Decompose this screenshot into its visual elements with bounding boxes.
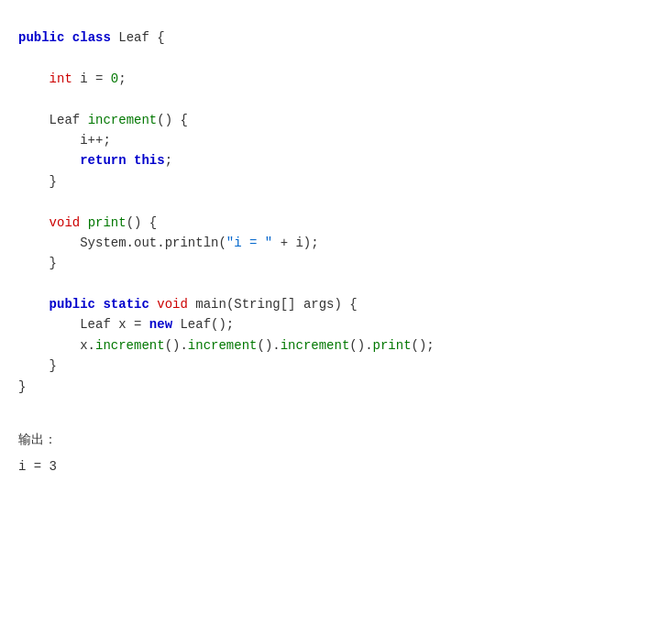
keyword-this: this (134, 153, 165, 168)
code-line-10: void print() { (18, 213, 654, 233)
keyword-class: class (72, 30, 111, 45)
keyword-return: return (80, 153, 126, 168)
code-line-9 (18, 192, 654, 212)
code-line-3: int i = 0; (18, 69, 654, 89)
code-line-5: Leaf increment() { (18, 110, 654, 130)
method-increment: increment (88, 113, 158, 127)
output-section: 输出： i = 3 (18, 424, 654, 477)
code-line-16: x.increment().increment().increment().pr… (18, 335, 654, 356)
method-call-increment3: increment (281, 338, 350, 353)
method-call-increment1: increment (95, 338, 165, 353)
output-value: i = 3 (18, 456, 654, 477)
code-line-11: System.out.println("i = " + i); (18, 233, 654, 253)
keyword-public2: public (50, 297, 95, 312)
code-line-18: } (18, 377, 654, 397)
code-line-13 (18, 274, 654, 294)
keyword-public: public (18, 30, 64, 45)
code-line-4 (18, 89, 654, 109)
code-line-8: } (18, 171, 654, 192)
code-block: public class Leaf { int i = 0; Leaf incr… (18, 18, 654, 406)
code-line-2 (18, 48, 654, 68)
type-int: int (50, 71, 72, 86)
number-zero: 0 (111, 71, 118, 86)
code-line-7: return this; (18, 150, 654, 170)
method-print: print (88, 215, 127, 230)
method-call-increment2: increment (188, 338, 258, 353)
code-line-6: i++; (18, 130, 654, 150)
keyword-void2: void (157, 297, 188, 312)
code-line-14: public static void main(String[] args) { (18, 294, 654, 314)
code-line-17: } (18, 356, 654, 376)
output-label: 输出： (18, 429, 654, 449)
code-line-15: Leaf x = new Leaf(); (18, 314, 654, 334)
code-line-1: public class Leaf { (18, 27, 654, 48)
keyword-new: new (149, 317, 172, 332)
code-line-12: } (18, 253, 654, 273)
string-literal: "i = " (226, 236, 272, 250)
keyword-static: static (103, 297, 149, 312)
keyword-void: void (50, 215, 81, 230)
method-call-print: print (373, 338, 412, 353)
